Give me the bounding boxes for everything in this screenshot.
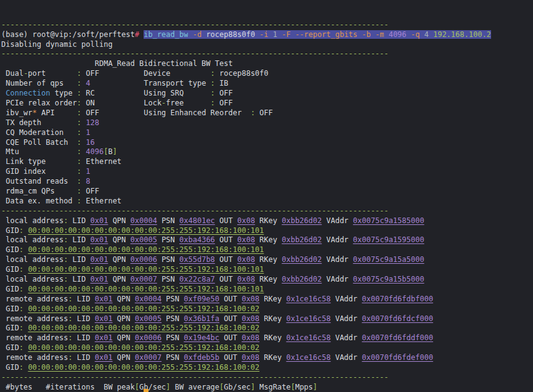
test-title: RDMA_Read Bidirectional BW Test (1, 59, 533, 69)
gid-local-2: GID: 00:00:00:00:00:00:00:00:00:00:255:2… (1, 245, 533, 255)
remote-address-3: remote address: LID 0x01 QPN 0x0006 PSN … (1, 333, 533, 343)
param-link-type: Link type : Ethernet (1, 157, 533, 167)
param-tx-depth: TX depth : 128 (1, 118, 533, 128)
param-qps-transport: Number of qps : 4 Transport type : IB (1, 79, 533, 89)
param-gid-index: GID index : 1 (1, 167, 533, 177)
status-line: Disabling dynamic polling (1, 40, 533, 50)
terminal-cursor (144, 389, 149, 392)
param-cqe-poll-batch: CQE Poll Batch : 16 (1, 138, 533, 148)
param-data-ex-method: Data ex. method : Ethernet (1, 197, 533, 206)
param-outstand-reads: Outstand reads : 8 (1, 177, 533, 187)
remote-address-4: remote address: LID 0x01 QPN 0x0007 PSN … (1, 353, 533, 363)
gid-local-3: GID: 00:00:00:00:00:00:00:00:00:00:255:2… (1, 265, 533, 275)
separator-top: ----------------------------------------… (1, 20, 533, 30)
terminal-window[interactable]: ----------------------------------------… (0, 0, 533, 392)
remote-address-2: remote address: LID 0x01 QPN 0x0005 PSN … (1, 314, 533, 324)
gid-remote-2: GID: 00:00:00:00:00:00:00:00:00:00:255:2… (1, 324, 533, 333)
param-pcie-lockfree: PCIe relax order: ON Lock-free : OFF (1, 99, 533, 108)
param-dual-port-device: Dual-port : OFF Device : rocep88s0f0 (1, 69, 533, 79)
local-address-1: local address: LID 0x01 QPN 0x0004 PSN 0… (1, 216, 533, 226)
param-mtu: Mtu : 4096[B] (1, 147, 533, 157)
gid-remote-3: GID: 00:00:00:00:00:00:00:00:00:00:255:2… (1, 343, 533, 353)
gid-remote-4: GID: 00:00:00:00:00:00:00:00:00:00:255:2… (1, 363, 533, 373)
results-header: #bytes #iterations BW peak[Gb/sec] BW av… (1, 383, 533, 392)
local-address-2: local address: LID 0x01 QPN 0x0005 PSN 0… (1, 235, 533, 245)
gid-remote-1: GID: 00:00:00:00:00:00:00:00:00:00:255:2… (1, 304, 533, 314)
separator-1: ----------------------------------------… (1, 49, 533, 59)
gid-local-1: GID: 00:00:00:00:00:00:00:00:00:00:255:2… (1, 226, 533, 236)
local-address-3: local address: LID 0x01 QPN 0x0006 PSN 0… (1, 255, 533, 265)
remote-address-1: remote address: LID 0x01 QPN 0x0004 PSN … (1, 295, 533, 304)
local-address-4: local address: LID 0x01 QPN 0x0007 PSN 0… (1, 275, 533, 285)
terminal-body: ----------------------------------------… (1, 20, 533, 392)
command-line: (base) root@vip:/soft/perftest# ib_read_… (1, 30, 533, 40)
param-cq-moderation: CQ Moderation : 1 (1, 128, 533, 138)
separator-3: ----------------------------------------… (1, 373, 533, 383)
separator-2: ----------------------------------------… (1, 206, 533, 216)
param-ibvwr-reorder: ibv_wr* API : OFF Using Enhanced Reorder… (1, 108, 533, 118)
gid-local-4: GID: 00:00:00:00:00:00:00:00:00:00:255:2… (1, 285, 533, 295)
param-connection-srq: Connection type : RC Using SRQ : OFF (1, 89, 533, 99)
param-rdmacm-qps: rdma_cm QPs : OFF (1, 187, 533, 197)
